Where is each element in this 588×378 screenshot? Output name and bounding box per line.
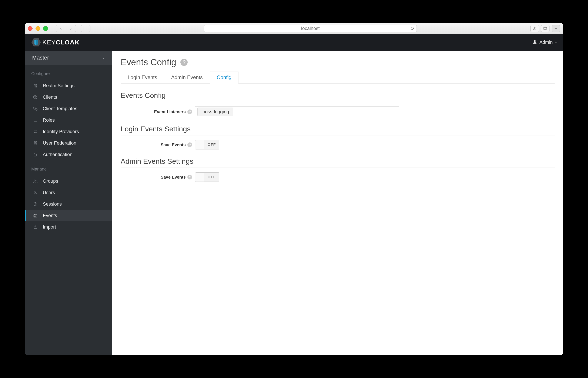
sidebar-item-label: Client Templates [43,106,77,111]
sidebar-item-label: Users [43,190,55,195]
sidebar-item-label: User Federation [43,140,76,146]
close-window-button[interactable] [28,26,33,31]
sidebar-item-events[interactable]: Events [25,210,112,221]
admin-save-events-toggle[interactable]: OFF [195,172,219,182]
lock-icon [33,152,38,157]
svg-rect-3 [544,27,546,29]
traffic-lights [28,26,48,31]
sidebar-item-authentication[interactable]: Authentication [25,149,112,160]
svg-point-10 [34,141,37,143]
page-title: Events Config [121,57,176,68]
sidebar-item-label: Sessions [43,201,62,207]
calendar-icon [33,214,38,218]
tab-admin-events[interactable]: Admin Events [164,71,210,83]
help-icon[interactable]: ? [180,59,188,66]
back-button[interactable]: ‹ [56,25,66,32]
toggle-state: OFF [204,173,219,182]
exchange-icon [33,129,38,134]
app-body: Master ⌄ Configure Realm Settings Client… [25,51,563,355]
reload-icon[interactable]: ⟳ [411,26,414,31]
sliders-icon [33,83,38,88]
list-icon [33,118,38,122]
sidebar: Master ⌄ Configure Realm Settings Client… [25,51,112,355]
realm-selector[interactable]: Master ⌄ [25,51,112,65]
chrome-right [530,25,560,32]
user-icon [533,40,537,45]
tab-login-events[interactable]: Login Events [121,71,164,83]
nav-buttons: ‹ › [56,25,76,32]
new-tab-button[interactable] [552,25,560,32]
toggle-state: OFF [204,140,219,149]
section-admin-events-settings: Admin Events Settings [121,157,555,168]
section-login-events-settings: Login Events Settings [121,125,555,135]
sidebar-item-import[interactable]: Import [25,221,112,233]
sidebar-item-client-templates[interactable]: Client Templates [25,103,112,114]
sidebar-item-clients[interactable]: Clients [25,91,112,103]
sidebar-item-label: Identity Providers [43,129,79,134]
chevron-down-icon: ⌄ [102,56,105,60]
database-icon [33,141,38,145]
svg-rect-2 [544,27,547,30]
toggle-knob [195,173,204,182]
sidebar-item-groups[interactable]: Groups [25,176,112,187]
row-admin-save-events: Save Events ? OFF [121,172,555,182]
sidebar-item-roles[interactable]: Roles [25,114,112,126]
section-configure-title: Configure [25,65,112,80]
sidebar-item-label: Roles [43,117,55,123]
logo-text-bold: CLOAK [56,39,80,46]
minimize-window-button[interactable] [36,26,40,31]
label-text: Save Events [161,175,186,180]
keycloak-logo[interactable]: KEYCLOAK [31,37,80,47]
help-icon[interactable]: ? [187,109,192,114]
forward-button[interactable]: › [66,25,76,32]
sidebar-item-label: Realm Settings [43,83,74,88]
sidebar-item-sessions[interactable]: Sessions [25,198,112,210]
sidebar-toggle-button[interactable] [81,25,90,32]
tabs-button[interactable] [541,25,549,32]
sidebar-item-label: Events [43,213,57,218]
user-name: Admin [540,40,553,45]
realm-name: Master [32,54,49,61]
login-save-events-toggle[interactable]: OFF [195,140,219,149]
clock-icon [33,202,38,206]
sidebar-item-realm-settings[interactable]: Realm Settings [25,80,112,91]
sidebar-item-user-federation[interactable]: User Federation [25,137,112,149]
tabs-icon [543,26,547,31]
keycloak-logo-icon [31,37,41,47]
toggle-knob [195,140,204,149]
svg-rect-11 [34,154,37,156]
label-event-listeners: Event Listeners ? [121,109,195,114]
svg-point-7 [34,84,34,85]
svg-point-9 [36,85,37,86]
section-manage-title: Manage [25,160,112,176]
url-bar[interactable]: localhost ⟳ [204,25,417,32]
row-event-listeners: Event Listeners ? jboss-logging [121,107,555,117]
svg-rect-0 [84,27,88,30]
event-listeners-input[interactable]: jboss-logging [195,107,399,117]
svg-point-13 [36,180,37,181]
label-save-events-login: Save Events ? [121,142,195,147]
event-listener-tag[interactable]: jboss-logging [197,108,233,116]
help-icon[interactable]: ? [187,142,192,147]
svg-point-14 [35,191,36,193]
plus-icon [554,26,558,31]
browser-chrome: ‹ › localhost ⟳ [25,23,563,34]
svg-marker-6 [36,39,38,45]
label-save-events-admin: Save Events ? [121,175,195,180]
help-icon[interactable]: ? [187,175,192,179]
browser-window: ‹ › localhost ⟳ [25,23,563,355]
page-title-row: Events Config ? [121,57,555,68]
tab-config[interactable]: Config [210,71,238,83]
sidebar-item-identity-providers[interactable]: Identity Providers [25,126,112,137]
share-button[interactable] [530,25,539,32]
sidebar-item-users[interactable]: Users [25,187,112,198]
sidebar-panel-icon [84,27,88,30]
share-icon [532,26,537,31]
sidebar-item-label: Authentication [43,152,72,157]
maximize-window-button[interactable] [43,26,48,31]
cube-icon [33,95,38,99]
tabs: Login Events Admin Events Config [121,71,555,83]
sidebar-item-label: Import [43,224,56,230]
user-menu[interactable]: Admin ▾ [524,34,557,51]
svg-point-8 [35,86,36,87]
